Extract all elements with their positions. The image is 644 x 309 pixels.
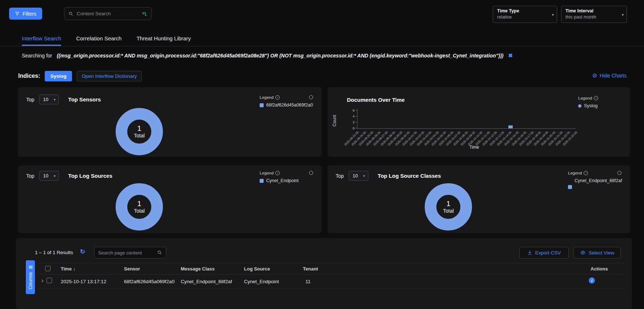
active-query-bar: Searching for ((msg_origin.processor.id:… <box>22 52 513 59</box>
results-count: 1 – 1 of 1 Results <box>35 250 73 255</box>
top-count-select[interactable]: 10 ▾ <box>39 95 59 104</box>
select-all-checkbox[interactable] <box>45 266 51 271</box>
cell-message-class: Cynet_Endpoint_68f2af <box>181 279 238 284</box>
col-header-sensor[interactable]: Sensor <box>124 266 140 272</box>
donut-total-label: Total <box>443 208 454 214</box>
donut-total-value: 1 <box>137 124 141 133</box>
donut-chart: 1 Total <box>116 108 163 155</box>
time-interval-value: this past month <box>565 15 619 20</box>
cell-log-source: Cynet_Endpoint <box>244 279 279 284</box>
legend-label: Legend <box>578 96 592 100</box>
donut-chart: 1 Total <box>425 183 472 230</box>
x-axis-label: Time <box>469 145 479 150</box>
time-interval-label: Time Interval <box>565 8 619 13</box>
col-header-message-class[interactable]: Message Class <box>181 266 215 272</box>
panel-title: Documents Over Time <box>347 97 405 103</box>
chart-options-icon[interactable] <box>309 95 313 99</box>
top-label: Top <box>336 173 344 179</box>
panel-title: Top Log Source Classes <box>378 173 441 179</box>
indices-row: Indices: Syslog Open Interflow Dictionar… <box>18 71 142 81</box>
legend-item[interactable]: Syslog <box>578 103 626 108</box>
expand-row-icon[interactable]: › <box>41 278 43 284</box>
columns-button[interactable]: Columns ▤ <box>26 260 35 294</box>
top-count-select[interactable]: 10 ▾ <box>39 171 59 181</box>
row-checkbox[interactable] <box>47 278 52 283</box>
query-language-icon[interactable] <box>142 11 147 16</box>
panel-title: Top Log Sources <box>68 173 112 179</box>
time-interval-dropdown[interactable]: Time Interval this past month ▾ <box>561 6 627 23</box>
cell-sensor: 68f2af626d45a069f2a0 <box>124 279 176 284</box>
select-view-button[interactable]: Select View <box>573 247 621 258</box>
top-count-select[interactable]: 10 ▾ <box>349 171 368 181</box>
caret-down-icon: ▾ <box>54 98 56 101</box>
cell-tenant: 11 <box>305 279 311 284</box>
donut-chart: 1 Total <box>116 183 163 230</box>
export-csv-button[interactable]: Export CSV <box>519 247 569 258</box>
clear-query-icon[interactable]: ✖ <box>508 52 513 59</box>
cell-time: 2025-10-17 13:17:12 <box>61 279 106 284</box>
page-search-input[interactable] <box>98 250 154 256</box>
legend-toggle-icon[interactable]: › <box>584 171 588 175</box>
main-tabs: Interflow Search Correlation Search Thre… <box>22 35 191 46</box>
top-sensors-panel: Top 10 ▾ Top Sensors Legend › 68f2af626d… <box>18 87 322 157</box>
content-search-box <box>64 7 152 20</box>
info-icon[interactable]: i <box>589 277 595 284</box>
caret-down-icon: ▾ <box>622 13 624 17</box>
caret-down-icon: ▾ <box>54 174 56 178</box>
columns-icon: ▤ <box>28 265 33 270</box>
legend-label: Legend <box>568 171 582 175</box>
table-row[interactable]: › 2025-10-17 13:17:12 68f2af626d45a069f2… <box>38 274 625 289</box>
sort-desc-icon: ↓ <box>73 266 76 272</box>
indices-label: Indices: <box>18 73 40 79</box>
top-label: Top <box>26 173 35 179</box>
chart-legend: Legend › Syslog <box>578 96 626 108</box>
time-type-dropdown[interactable]: Time Type relative ▾ <box>493 6 557 23</box>
legend-swatch <box>578 104 581 108</box>
donut-total-label: Total <box>134 133 145 139</box>
caret-down-icon: ▾ <box>552 13 554 17</box>
search-icon <box>157 250 162 255</box>
legend-label: Legend <box>260 171 273 175</box>
legend-toggle-icon[interactable]: › <box>594 96 598 100</box>
legend-toggle-icon[interactable]: › <box>275 171 280 175</box>
filters-label: Filters <box>23 11 36 17</box>
hide-charts-label: Hide Charts <box>600 73 627 79</box>
search-icon <box>68 11 73 16</box>
tabs-divider <box>0 46 644 47</box>
filters-button[interactable]: Filters <box>9 8 42 20</box>
table-divider <box>38 289 625 289</box>
content-search-input[interactable] <box>77 11 139 16</box>
donut-total-label: Total <box>134 208 145 214</box>
legend-swatch <box>568 185 572 189</box>
legend-label: Legend <box>260 95 273 100</box>
hide-charts-toggle[interactable]: ⊘ Hide Charts <box>592 73 627 79</box>
open-interflow-dictionary-button[interactable]: Open Interflow Dictionary <box>77 71 142 81</box>
legend-item[interactable]: 68f2af626d45a069f2a0 <box>260 103 322 108</box>
hide-charts-icon: ⊘ <box>592 73 597 79</box>
y-axis-label: Count <box>332 111 337 131</box>
legend-swatch <box>260 103 264 107</box>
download-icon <box>527 250 532 255</box>
tab-interflow-search[interactable]: Interflow Search <box>22 35 61 46</box>
col-header-time[interactable]: Time↓ <box>61 266 76 272</box>
col-header-tenant[interactable]: Tenant <box>303 266 318 272</box>
legend-item[interactable]: Cynet_Endpoint <box>260 178 322 183</box>
refresh-icon[interactable]: ↻ <box>80 248 85 256</box>
table-divider <box>38 263 625 263</box>
filter-funnel-icon <box>15 11 20 16</box>
query-text: ((msg_origin.processor.id:* AND msg_orig… <box>57 53 503 59</box>
caret-down-icon: ▾ <box>363 174 365 178</box>
donut-total-value: 1 <box>446 200 450 208</box>
panel-title: Top Sensors <box>68 96 101 103</box>
col-header-log-source[interactable]: Log Source <box>244 266 270 272</box>
legend-item[interactable]: Cynet_Endpoint_68f2af <box>568 178 630 189</box>
tab-threat-hunting-library[interactable]: Threat Hunting Library <box>136 35 191 46</box>
chart-options-icon[interactable] <box>617 171 621 175</box>
chart-options-icon[interactable] <box>309 171 313 175</box>
index-syslog-button[interactable]: Syslog <box>45 71 72 81</box>
top-log-sources-panel: Top 10 ▾ Top Log Sources Legend › Cynet_… <box>18 165 322 233</box>
tab-correlation-search[interactable]: Correlation Search <box>76 35 121 46</box>
top-label: Top <box>26 97 35 103</box>
legend-toggle-icon[interactable]: › <box>275 95 280 100</box>
col-header-actions: Actions <box>591 266 608 272</box>
